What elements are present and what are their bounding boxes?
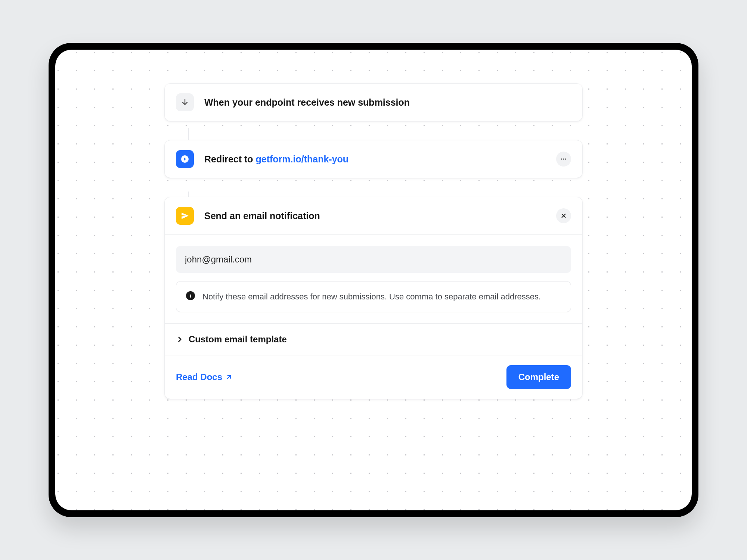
complete-button[interactable]: Complete <box>506 365 571 389</box>
redirect-prefix: Redirect to <box>204 154 256 164</box>
svg-point-2 <box>563 159 564 160</box>
help-text: Notify these email addresses for new sub… <box>202 290 541 303</box>
email-title: Send an email notification <box>204 211 556 221</box>
redirect-card[interactable]: Redirect to getform.io/thank-you <box>164 140 583 178</box>
workflow-column: When your endpoint receives new submissi… <box>164 83 583 399</box>
card-header: Send an email notification <box>165 197 582 234</box>
card-header: When your endpoint receives new submissi… <box>165 84 582 121</box>
trigger-card[interactable]: When your endpoint receives new submissi… <box>164 83 583 121</box>
close-button[interactable] <box>556 208 571 223</box>
email-addresses-input[interactable] <box>176 246 571 273</box>
more-button[interactable] <box>556 152 571 167</box>
custom-template-toggle[interactable]: Custom email template <box>165 323 582 355</box>
trigger-title: When your endpoint receives new submissi… <box>204 97 571 108</box>
email-notification-card: Send an email notification i Notify thes… <box>164 197 583 399</box>
docs-label: Read Docs <box>176 372 222 382</box>
card-header: Redirect to getform.io/thank-you <box>165 140 582 178</box>
ellipsis-icon <box>560 156 567 162</box>
external-link-icon <box>225 373 233 381</box>
read-docs-link[interactable]: Read Docs <box>176 372 233 382</box>
svg-point-3 <box>565 159 566 160</box>
close-icon <box>560 212 567 219</box>
chevron-right-icon <box>176 336 183 343</box>
device-frame: When your endpoint receives new submissi… <box>49 43 698 517</box>
arrow-down-icon <box>176 93 194 111</box>
card-footer: Read Docs Complete <box>165 355 582 399</box>
info-icon: i <box>186 291 195 300</box>
redirect-url[interactable]: getform.io/thank-you <box>256 154 349 164</box>
redirect-title: Redirect to getform.io/thank-you <box>204 154 556 165</box>
send-icon <box>176 207 194 225</box>
arrow-right-circle-icon <box>176 150 194 168</box>
help-box: i Notify these email addresses for new s… <box>176 281 571 312</box>
svg-point-1 <box>561 159 562 160</box>
email-body: i Notify these email addresses for new s… <box>165 234 582 323</box>
canvas: When your endpoint receives new submissi… <box>55 50 692 510</box>
custom-template-label: Custom email template <box>189 334 287 345</box>
